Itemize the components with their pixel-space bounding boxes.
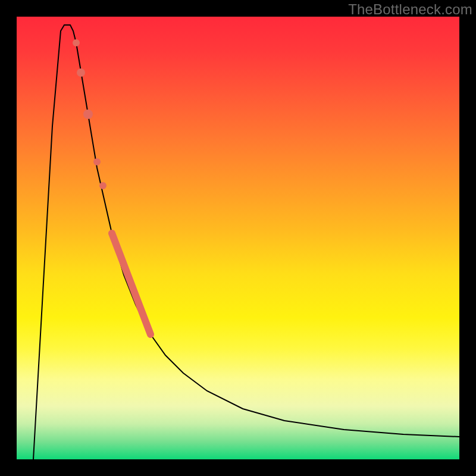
plot-area: [17, 17, 459, 459]
highlight-dot: [93, 158, 101, 165]
highlight-stroke: [112, 233, 151, 334]
curve-group: [33, 25, 459, 459]
highlight-dot: [77, 68, 85, 77]
chart-container: TheBottleneck.com: [0, 0, 476, 476]
highlight-dot: [73, 39, 80, 46]
chart-svg: [17, 17, 459, 459]
highlight-dots: [73, 39, 107, 189]
watermark-text: TheBottleneck.com: [348, 1, 472, 18]
highlight-dot: [83, 109, 93, 119]
highlight-dot: [99, 182, 107, 189]
main-curve: [33, 25, 459, 459]
